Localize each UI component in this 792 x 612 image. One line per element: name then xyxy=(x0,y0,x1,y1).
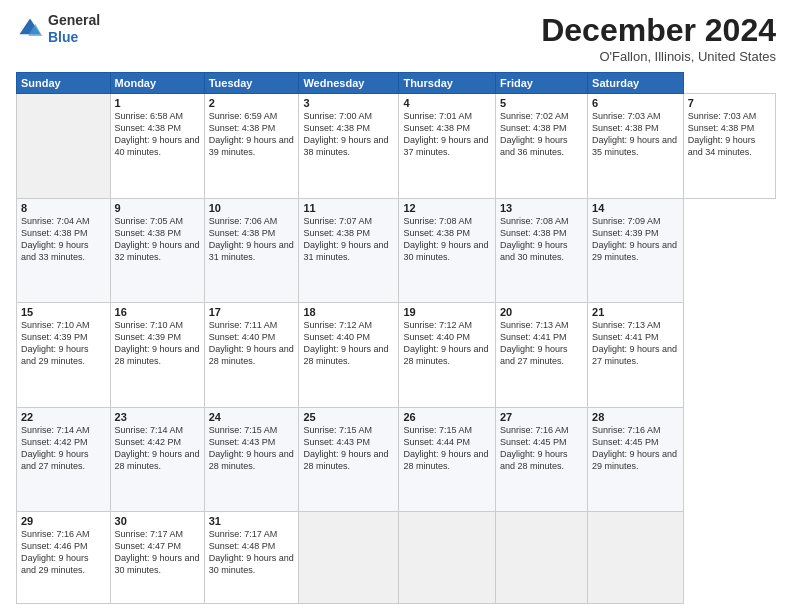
week-row-4: 22Sunrise: 7:14 AMSunset: 4:42 PMDayligh… xyxy=(17,407,776,512)
day-cell-24: 24Sunrise: 7:15 AMSunset: 4:43 PMDayligh… xyxy=(204,407,299,512)
day-cell-20: 20Sunrise: 7:13 AMSunset: 4:41 PMDayligh… xyxy=(495,303,587,408)
day-cell-15: 15Sunrise: 7:10 AMSunset: 4:39 PMDayligh… xyxy=(17,303,111,408)
calendar-table: SundayMondayTuesdayWednesdayThursdayFrid… xyxy=(16,72,776,604)
day-cell-2: 2Sunrise: 6:59 AMSunset: 4:38 PMDaylight… xyxy=(204,94,299,199)
day-cell-4: 4Sunrise: 7:01 AMSunset: 4:38 PMDaylight… xyxy=(399,94,496,199)
month-title: December 2024 xyxy=(541,12,776,49)
day-header-monday: Monday xyxy=(110,73,204,94)
logo-icon xyxy=(16,15,44,43)
day-cell-31: 31Sunrise: 7:17 AMSunset: 4:48 PMDayligh… xyxy=(204,512,299,604)
day-cell-16: 16Sunrise: 7:10 AMSunset: 4:39 PMDayligh… xyxy=(110,303,204,408)
day-cell-21: 21Sunrise: 7:13 AMSunset: 4:41 PMDayligh… xyxy=(588,303,684,408)
title-block: December 2024 O'Fallon, Illinois, United… xyxy=(541,12,776,64)
day-cell-12: 12Sunrise: 7:08 AMSunset: 4:38 PMDayligh… xyxy=(399,198,496,303)
week-row-5: 29Sunrise: 7:16 AMSunset: 4:46 PMDayligh… xyxy=(17,512,776,604)
day-cell-29: 29Sunrise: 7:16 AMSunset: 4:46 PMDayligh… xyxy=(17,512,111,604)
header-row: SundayMondayTuesdayWednesdayThursdayFrid… xyxy=(17,73,776,94)
logo-blue-text: Blue xyxy=(48,29,78,45)
day-cell-27: 27Sunrise: 7:16 AMSunset: 4:45 PMDayligh… xyxy=(495,407,587,512)
day-header-saturday: Saturday xyxy=(588,73,684,94)
day-cell-19: 19Sunrise: 7:12 AMSunset: 4:40 PMDayligh… xyxy=(399,303,496,408)
day-header-sunday: Sunday xyxy=(17,73,111,94)
day-cell-7: 7Sunrise: 7:03 AMSunset: 4:38 PMDaylight… xyxy=(683,94,775,199)
day-cell-3: 3Sunrise: 7:00 AMSunset: 4:38 PMDaylight… xyxy=(299,94,399,199)
day-cell-8: 8Sunrise: 7:04 AMSunset: 4:38 PMDaylight… xyxy=(17,198,111,303)
day-header-tuesday: Tuesday xyxy=(204,73,299,94)
day-cell-28: 28Sunrise: 7:16 AMSunset: 4:45 PMDayligh… xyxy=(588,407,684,512)
day-cell-30: 30Sunrise: 7:17 AMSunset: 4:47 PMDayligh… xyxy=(110,512,204,604)
empty-cell xyxy=(588,512,684,604)
day-cell-25: 25Sunrise: 7:15 AMSunset: 4:43 PMDayligh… xyxy=(299,407,399,512)
day-cell-6: 6Sunrise: 7:03 AMSunset: 4:38 PMDaylight… xyxy=(588,94,684,199)
logo: General Blue xyxy=(16,12,100,46)
day-cell-23: 23Sunrise: 7:14 AMSunset: 4:42 PMDayligh… xyxy=(110,407,204,512)
location: O'Fallon, Illinois, United States xyxy=(541,49,776,64)
day-cell-11: 11Sunrise: 7:07 AMSunset: 4:38 PMDayligh… xyxy=(299,198,399,303)
day-cell-14: 14Sunrise: 7:09 AMSunset: 4:39 PMDayligh… xyxy=(588,198,684,303)
header: General Blue December 2024 O'Fallon, Ill… xyxy=(16,12,776,64)
week-row-2: 8Sunrise: 7:04 AMSunset: 4:38 PMDaylight… xyxy=(17,198,776,303)
empty-cell xyxy=(399,512,496,604)
week-row-1: 1Sunrise: 6:58 AMSunset: 4:38 PMDaylight… xyxy=(17,94,776,199)
day-cell-1: 1Sunrise: 6:58 AMSunset: 4:38 PMDaylight… xyxy=(110,94,204,199)
empty-cell xyxy=(299,512,399,604)
day-cell-22: 22Sunrise: 7:14 AMSunset: 4:42 PMDayligh… xyxy=(17,407,111,512)
logo-general-text: General xyxy=(48,12,100,28)
day-cell-26: 26Sunrise: 7:15 AMSunset: 4:44 PMDayligh… xyxy=(399,407,496,512)
day-header-wednesday: Wednesday xyxy=(299,73,399,94)
day-cell-13: 13Sunrise: 7:08 AMSunset: 4:38 PMDayligh… xyxy=(495,198,587,303)
day-cell-18: 18Sunrise: 7:12 AMSunset: 4:40 PMDayligh… xyxy=(299,303,399,408)
day-header-thursday: Thursday xyxy=(399,73,496,94)
week-row-3: 15Sunrise: 7:10 AMSunset: 4:39 PMDayligh… xyxy=(17,303,776,408)
day-header-friday: Friday xyxy=(495,73,587,94)
empty-cell xyxy=(17,94,111,199)
day-cell-10: 10Sunrise: 7:06 AMSunset: 4:38 PMDayligh… xyxy=(204,198,299,303)
empty-cell xyxy=(495,512,587,604)
calendar-page: General Blue December 2024 O'Fallon, Ill… xyxy=(0,0,792,612)
day-cell-9: 9Sunrise: 7:05 AMSunset: 4:38 PMDaylight… xyxy=(110,198,204,303)
day-cell-17: 17Sunrise: 7:11 AMSunset: 4:40 PMDayligh… xyxy=(204,303,299,408)
day-cell-5: 5Sunrise: 7:02 AMSunset: 4:38 PMDaylight… xyxy=(495,94,587,199)
